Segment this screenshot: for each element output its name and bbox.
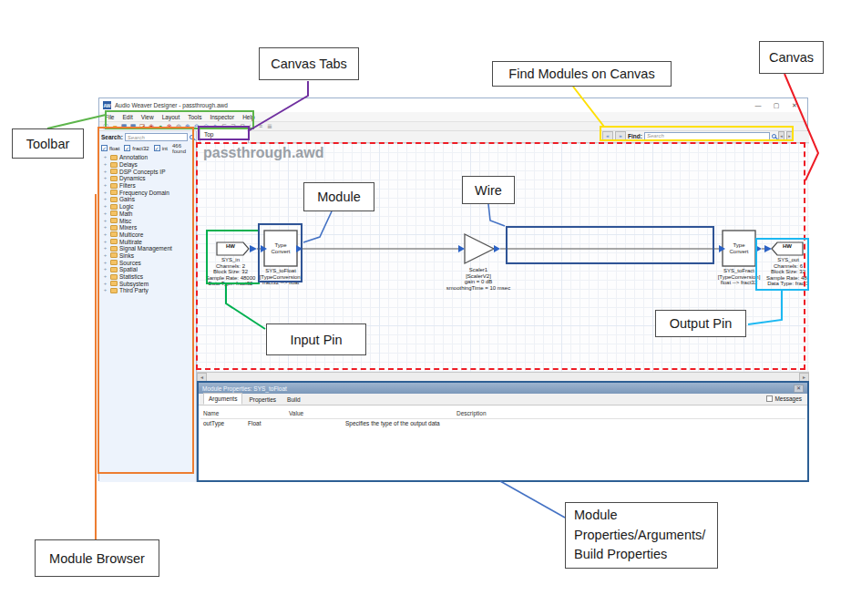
tab-scroll-right-button[interactable]: ▸ <box>786 131 793 141</box>
menu-item[interactable]: Layout <box>162 114 180 120</box>
module-category-item[interactable]: + Logic <box>99 203 196 210</box>
expander-icon[interactable]: + <box>102 224 108 231</box>
menu-item[interactable]: Tools <box>188 114 201 120</box>
tab-scroll-left-button[interactable]: ◂ <box>778 131 785 141</box>
scaler-caption: Scaler1[ScalerV2]gain = 0 dBsmoothingTim… <box>437 267 519 291</box>
sys-out-caption: SYS_outChannels: 6Block Size: 32Sample R… <box>762 257 809 287</box>
save-all-icon[interactable]: ▦ <box>129 123 137 130</box>
find-modules-input[interactable] <box>644 132 770 140</box>
module-category-item[interactable]: + Delays <box>99 161 196 169</box>
module-category-item[interactable]: + Gains <box>99 196 196 203</box>
zoom-in-icon[interactable]: ⊕ <box>184 123 191 130</box>
menu-item[interactable]: View <box>141 114 154 120</box>
hardware-config-icon[interactable]: ◪ <box>138 123 146 130</box>
open-file-icon[interactable]: ▰ <box>111 123 118 130</box>
module-category-item[interactable]: + DSP Concepts IP <box>99 168 196 175</box>
minimize-button[interactable]: — <box>749 100 767 111</box>
expander-icon[interactable]: + <box>102 231 108 238</box>
expander-icon[interactable]: + <box>102 182 108 189</box>
canvas-tab-top[interactable]: Top <box>200 128 249 143</box>
module-category-item[interactable]: + Multirate <box>99 238 196 245</box>
module-category-item[interactable]: + Subsystem <box>99 280 196 287</box>
find-previous-button[interactable]: « <box>602 131 613 140</box>
column-header-value: Value <box>289 410 303 416</box>
menu-item[interactable]: Help <box>242 114 254 120</box>
output-pin-arrow[interactable] <box>755 245 762 252</box>
canvas-h-scrollbar[interactable]: ◂ ▸ <box>197 372 809 381</box>
output-pin-arrow[interactable] <box>494 245 500 252</box>
panel-close-button[interactable]: ✕ <box>794 385 804 393</box>
align-bottom-icon[interactable]: ⊔ <box>248 123 255 130</box>
module-category-item[interactable]: + Third Party <box>99 287 196 294</box>
expander-icon[interactable]: + <box>102 287 108 293</box>
folder-icon <box>110 162 118 168</box>
close-button[interactable]: ✕ <box>785 100 804 111</box>
expander-icon[interactable]: + <box>102 266 108 272</box>
folder-icon <box>110 190 118 195</box>
expander-icon[interactable]: + <box>102 154 108 160</box>
filter-checkbox[interactable]: ✓ <box>124 145 130 151</box>
module-category-item[interactable]: + Multicore <box>99 231 196 239</box>
module-category-item[interactable]: + Annotation <box>99 154 196 161</box>
distribute-v-icon[interactable]: ≣ <box>266 123 273 130</box>
stop-icon[interactable]: ⊗ <box>166 123 173 130</box>
tab-properties[interactable]: Properties <box>244 395 281 405</box>
menu-item[interactable]: Edit <box>122 114 132 120</box>
find-next-button[interactable]: » <box>615 131 626 140</box>
category-label: Multicore <box>119 231 143 238</box>
argument-value[interactable]: Float <box>248 420 261 426</box>
distribute-h-icon[interactable]: ≡ <box>257 123 264 130</box>
profile-icon[interactable]: ◉ <box>148 123 155 130</box>
expander-icon[interactable]: + <box>102 190 108 196</box>
input-pin-arrow[interactable] <box>764 245 772 252</box>
menu-item[interactable]: File <box>105 114 114 120</box>
run-icon[interactable]: ● <box>157 123 164 130</box>
expander-icon[interactable]: + <box>102 245 108 252</box>
expander-icon[interactable]: + <box>102 252 108 259</box>
tab-build[interactable]: Build <box>282 395 304 405</box>
expander-icon[interactable]: + <box>102 281 108 287</box>
category-label: Subsystem <box>119 281 149 287</box>
input-pin-arrow[interactable] <box>458 245 465 252</box>
maximize-button[interactable]: ▢ <box>767 100 785 111</box>
module-category-item[interactable]: + Filters <box>99 182 196 190</box>
folder-icon <box>110 252 118 258</box>
module-category-item[interactable]: + Sources <box>99 259 196 266</box>
expander-icon[interactable]: + <box>102 161 108 168</box>
output-pin-arrow[interactable] <box>250 245 257 252</box>
module-category-item[interactable]: + Spatial <box>99 266 196 273</box>
expander-icon[interactable]: + <box>102 218 108 224</box>
module-category-item[interactable]: + Mixers <box>99 224 196 231</box>
expander-icon[interactable]: + <box>102 175 108 181</box>
expander-icon[interactable]: + <box>102 210 108 217</box>
filter-checkbox[interactable]: ✓ <box>101 145 108 151</box>
messages-checkbox[interactable] <box>766 395 773 402</box>
title-bar: AW Audio Weaver Designer - passthrough.a… <box>99 98 807 112</box>
filter-checkbox[interactable]: ✓ <box>154 145 160 151</box>
module-category-item[interactable]: + Math <box>99 210 196 218</box>
halt-icon[interactable]: ◍ <box>175 123 182 130</box>
module-category-item[interactable]: + Signal Management <box>99 245 196 252</box>
module-category-item[interactable]: + Frequency Domain <box>99 189 196 196</box>
output-pin-arrow[interactable] <box>296 245 303 252</box>
module-category-item[interactable]: + Statistics <box>99 273 196 281</box>
expander-icon[interactable]: + <box>102 169 108 175</box>
sys-out-hw-label: HW <box>774 243 800 249</box>
module-category-item[interactable]: + Sinks <box>99 252 196 260</box>
expander-icon[interactable]: + <box>102 196 108 202</box>
expander-icon[interactable]: + <box>102 260 108 266</box>
new-file-icon[interactable]: ▢ <box>102 123 109 130</box>
module-category-item[interactable]: + Misc <box>99 217 196 224</box>
expander-icon[interactable]: + <box>102 273 108 280</box>
menu-item[interactable]: Inspector <box>210 114 234 120</box>
category-label: Sources <box>119 260 141 266</box>
module-category-tree: + Annotation + Delays + DSP Concepts IP <box>99 153 196 294</box>
expander-icon[interactable]: + <box>102 203 108 210</box>
expander-icon[interactable]: + <box>102 239 108 245</box>
module-properties-panel: Module Properties: SYS_toFloat ✕ Argumen… <box>197 381 809 482</box>
module-category-item[interactable]: + Dynamics <box>99 175 196 182</box>
scaler-module[interactable] <box>465 234 494 263</box>
module-search-input[interactable] <box>125 133 188 141</box>
tab-arguments[interactable]: Arguments <box>203 393 242 405</box>
save-icon[interactable]: ▦ <box>120 123 128 130</box>
